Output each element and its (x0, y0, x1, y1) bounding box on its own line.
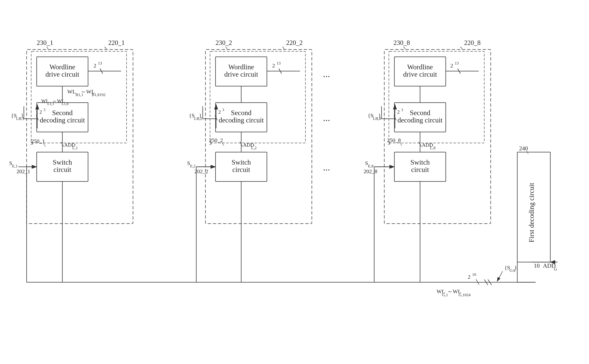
wordline-drive-8-line1: Wordline (407, 63, 433, 71)
addl1-sub: L,1 (72, 145, 78, 150)
power13-1-exp: 13 (98, 61, 102, 65)
dots-bus: ... (323, 162, 330, 172)
power3-1-exp: 3 (43, 108, 45, 112)
slb2-brace: } (199, 112, 202, 118)
addg-sub: G (554, 267, 557, 272)
second-decode-2-line2: decoding circuit (219, 116, 264, 124)
switch-8-line2: circuit (411, 166, 429, 173)
svg-line-53 (476, 279, 479, 285)
power3-8-exp: 3 (401, 108, 403, 112)
dots-top: ... (323, 69, 330, 79)
svg-rect-3 (26, 50, 133, 224)
slb2-label: {S (189, 112, 195, 118)
se8-sub: E,8 (368, 164, 373, 168)
power13-8: 2 (450, 63, 453, 69)
addg-label: ADD (543, 262, 556, 269)
power3-2: 2 (218, 109, 221, 115)
second-decode-2-line1: Second (231, 109, 251, 117)
wll1-sub2: L1,8 (62, 102, 68, 106)
se2-sub: E,2 (190, 164, 196, 168)
slb1-brace: } (21, 112, 23, 118)
switch-1-line2: circuit (53, 166, 71, 173)
diagram-container: text { font-family: 'Times New Roman', T… (0, 0, 589, 364)
ref-250-1: 250_1 (31, 138, 45, 144)
slb8-brace: } (378, 112, 381, 118)
wlb1-sub2: B1,8192 (92, 92, 106, 97)
svg-rect-19 (210, 51, 305, 143)
svg-rect-4 (31, 51, 126, 143)
switch-2-line1: Switch (232, 158, 251, 166)
wordline-drive-1-line2: drive circuit (46, 70, 79, 78)
power13-2-exp: 13 (277, 61, 281, 65)
se1-label: S (9, 160, 12, 166)
power10-exp: 10 (472, 272, 476, 277)
label-230-1: 230_1 (37, 39, 53, 46)
power3-2-exp: 3 (222, 108, 224, 112)
slb1-label: {S (11, 112, 17, 118)
second-decode-8-line2: decoding circuit (397, 116, 443, 124)
ref-202-8: 202_8 (364, 168, 377, 174)
ref-202-1: 202_1 (17, 168, 30, 174)
power10: 2 (468, 274, 470, 280)
svg-line-54 (497, 271, 503, 281)
switch-8-line1: Switch (410, 158, 430, 166)
svg-rect-18 (205, 50, 312, 224)
switch-2-line2: circuit (232, 166, 250, 173)
power3-8: 2 (397, 109, 400, 115)
label-220-1: 220_1 (108, 39, 125, 46)
se1-sub: E,1 (12, 164, 18, 168)
svg-rect-32 (384, 50, 491, 224)
wordline-drive-8-line2: drive circuit (403, 70, 437, 78)
second-decode-1-line1: Second (52, 109, 73, 117)
power13-1: 2 (93, 63, 96, 69)
label-230-8: 230_8 (393, 39, 410, 46)
wlb1-label: WL (67, 89, 76, 95)
se8-label: S (365, 160, 368, 166)
label-230-2: 230_2 (216, 39, 232, 46)
slb8-label: {S (368, 112, 373, 118)
ref-250-2: 250_2 (209, 137, 223, 143)
power13-8-exp: 13 (455, 61, 459, 65)
wordline-drive-1-line1: Wordline (50, 63, 75, 71)
wordline-drive-2-line2: drive circuit (224, 70, 258, 78)
se2-label: S (187, 160, 190, 166)
addl2-sub: L,2 (251, 145, 257, 150)
wlg-sub2: G,1024 (459, 292, 470, 297)
switch-1-line1: Switch (53, 158, 72, 166)
dots-mid: ... (323, 112, 330, 123)
power3-1: 2 (40, 109, 42, 115)
svg-rect-33 (389, 51, 484, 143)
first-decode-label: First decoding circuit (528, 183, 535, 242)
ref-10: 10 (534, 262, 540, 269)
sga-label: {S (504, 265, 510, 271)
power13-2: 2 (272, 63, 275, 69)
wordline-drive-2-line1: Wordline (228, 63, 254, 71)
second-decode-8-line1: Second (410, 109, 430, 117)
ref-250-8: 250_8 (387, 137, 401, 143)
label-220-8: 220_8 (464, 39, 481, 46)
sga-brace: } (514, 265, 517, 271)
addl8-sub: L,8 (430, 145, 436, 150)
second-decode-1-line2: decoding circuit (40, 116, 85, 124)
label-220-2: 220_2 (286, 39, 303, 46)
